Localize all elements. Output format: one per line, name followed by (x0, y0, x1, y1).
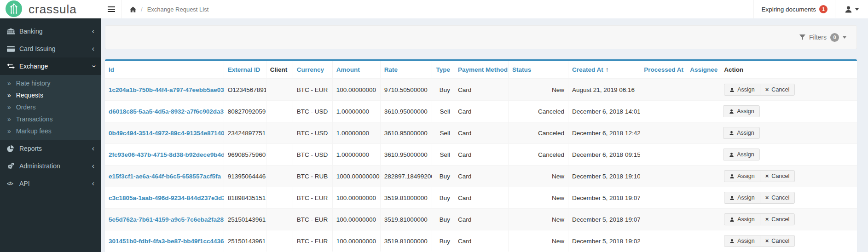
cancel-button[interactable]: ×Cancel (760, 192, 795, 204)
sidebar-item-label: Orders (16, 103, 36, 111)
column-header-currency[interactable]: Currency (293, 61, 332, 79)
sidebar-item-markup-fees[interactable]: » Markup fees (0, 125, 101, 137)
filters-toggle-button[interactable]: Filters 0 (799, 33, 846, 42)
table-row: 1c204a1b-750b-44f4-a797-47eebb5ae03b O12… (105, 79, 857, 101)
cell-currency: BTC - USD (293, 101, 332, 122)
user-icon (729, 109, 734, 114)
brand-logo[interactable]: crassula (0, 0, 101, 18)
sidebar-item-label: API (19, 180, 30, 187)
request-id-link[interactable]: 0b49c494-3514-4972-89c4-91354e87140f (109, 130, 224, 137)
sidebar-item-orders[interactable]: » Orders (0, 101, 101, 113)
table-row: 301451b0-fdbf-4fa3-be87-bb49f1cc4436 251… (105, 230, 857, 252)
cell-payment-method: Card (454, 209, 508, 230)
column-header-payment-method[interactable]: Payment Method (454, 61, 508, 79)
double-angle-right-icon: » (7, 92, 11, 99)
column-header-type[interactable]: Type (432, 61, 454, 79)
cell-created-at: December 6, 2018 09:15 (568, 144, 640, 166)
sidebar-item-administration[interactable]: Administration ‹ (0, 157, 101, 175)
sidebar-item-label: Reports (19, 145, 42, 152)
cell-status: New (508, 79, 568, 101)
cancel-button[interactable]: ×Cancel (760, 213, 795, 225)
action-buttons: Assign (724, 127, 760, 139)
assign-button[interactable]: Assign (723, 105, 760, 117)
breadcrumb-current: Exchange Request List (147, 6, 209, 13)
exchange-requests-table: Id External ID Client Currency Amount Ra… (105, 61, 857, 252)
sidebar-item-api[interactable]: </> API ‹ (0, 175, 101, 192)
column-header-external-id[interactable]: External ID (224, 61, 266, 79)
user-icon (729, 152, 734, 157)
request-id-link[interactable]: d6018c85-5aa5-4d5a-8932-a7f6c902da3c (109, 108, 224, 115)
assign-button[interactable]: Assign (724, 213, 760, 225)
cancel-button[interactable]: ×Cancel (760, 235, 795, 247)
request-id-link[interactable]: e15f3cf1-ae6a-464f-b6c5-658557acf5fa (109, 173, 221, 180)
x-icon: × (765, 216, 769, 223)
cell-amount: 100.00000000 (332, 187, 380, 209)
action-buttons: Assign (724, 149, 760, 160)
column-header-processed-at[interactable]: Processed At (640, 61, 686, 79)
app-window: crassula / Exchange Request List Expirin… (0, 0, 868, 252)
cell-currency: BTC - USD (293, 144, 332, 166)
cancel-button[interactable]: ×Cancel (760, 170, 795, 182)
chevron-left-icon: ‹ (92, 29, 94, 34)
cell-rate: 3519.81000000 (380, 230, 432, 252)
column-header-id[interactable]: Id (105, 61, 224, 79)
cell-processed-at (640, 230, 686, 252)
request-id-link[interactable]: 1c204a1b-750b-44f4-a797-47eebb5ae03b (109, 86, 224, 93)
sidebar-item-transactions[interactable]: » Transactions (0, 113, 101, 125)
cell-assignee (686, 122, 720, 144)
sidebar-item-reports[interactable]: Reports ‹ (0, 140, 101, 157)
caret-down-icon (843, 36, 846, 39)
brand-logo-icon (5, 0, 23, 19)
table-header-row: Id External ID Client Currency Amount Ra… (105, 61, 857, 79)
expiring-documents-link[interactable]: Expiring documents 1 (753, 0, 835, 18)
bank-icon (7, 28, 19, 34)
assign-button[interactable]: Assign (724, 84, 760, 96)
cell-client (266, 166, 293, 187)
cell-type: Buy (432, 187, 454, 209)
cell-amount: 100.00000000 (332, 79, 380, 101)
expiring-documents-label: Expiring documents (761, 6, 816, 13)
column-header-rate[interactable]: Rate (380, 61, 432, 79)
assign-button[interactable]: Assign (723, 149, 760, 160)
cell-amount: 100.00000000 (332, 230, 380, 252)
cell-status: Canceled (508, 101, 568, 122)
sidebar-item-exchange[interactable]: Exchange ‹ (0, 57, 101, 75)
cell-payment-method: Card (454, 101, 508, 122)
column-header-assignee[interactable]: Assignee (686, 61, 720, 79)
caret-down-icon (855, 8, 859, 11)
column-header-amount[interactable]: Amount (332, 61, 380, 79)
home-icon[interactable] (130, 6, 136, 12)
sidebar-toggle-button[interactable] (101, 0, 122, 18)
assign-button[interactable]: Assign (724, 192, 760, 204)
request-id-link[interactable]: c3c1805a-1aab-496d-9234-844d237e3d3e (109, 195, 224, 201)
request-id-link[interactable]: 5e5d762a-7b61-4159-a9c5-7c6eba2fa280 (109, 216, 224, 223)
chevron-left-icon: ‹ (92, 46, 94, 51)
cell-client (266, 209, 293, 230)
sidebar-item-card-issuing[interactable]: Card Issuing ‹ (0, 40, 101, 57)
cell-assignee (686, 166, 720, 187)
request-id-link[interactable]: 2fc93e06-437b-4715-8d38-b92dece9b4dc (109, 151, 224, 158)
user-menu-button[interactable] (835, 0, 868, 18)
cell-type: Buy (432, 230, 454, 252)
cancel-button[interactable]: ×Cancel (760, 84, 795, 96)
user-icon (729, 217, 735, 222)
x-icon: × (765, 194, 769, 201)
sidebar-item-requests[interactable]: » Requests (0, 89, 101, 101)
table-row: 0b49c494-3514-4972-89c4-91354e87140f 234… (105, 122, 857, 144)
column-header-created-at[interactable]: Created At↑ (568, 61, 640, 79)
assign-button[interactable]: Assign (723, 127, 760, 139)
assign-button[interactable]: Assign (724, 235, 760, 247)
sidebar-item-label: Exchange (19, 63, 48, 70)
sidebar-item-rate-history[interactable]: » Rate history (0, 77, 101, 89)
action-buttons: Assign ×Cancel (724, 84, 795, 96)
cell-assignee (686, 79, 720, 101)
cell-currency: BTC - EUR (293, 187, 332, 209)
sidebar-item-banking[interactable]: Banking ‹ (0, 23, 101, 40)
request-id-link[interactable]: 301451b0-fdbf-4fa3-be87-bb49f1cc4436 (109, 238, 224, 245)
sidebar: Banking ‹ Card Issuing ‹ Exchange ‹ » Ra… (0, 18, 101, 252)
sidebar-item-label: Requests (16, 92, 43, 99)
funnel-icon (799, 34, 805, 40)
column-header-status[interactable]: Status (508, 61, 568, 79)
cell-assignee (686, 187, 720, 209)
assign-button[interactable]: Assign (724, 170, 760, 182)
